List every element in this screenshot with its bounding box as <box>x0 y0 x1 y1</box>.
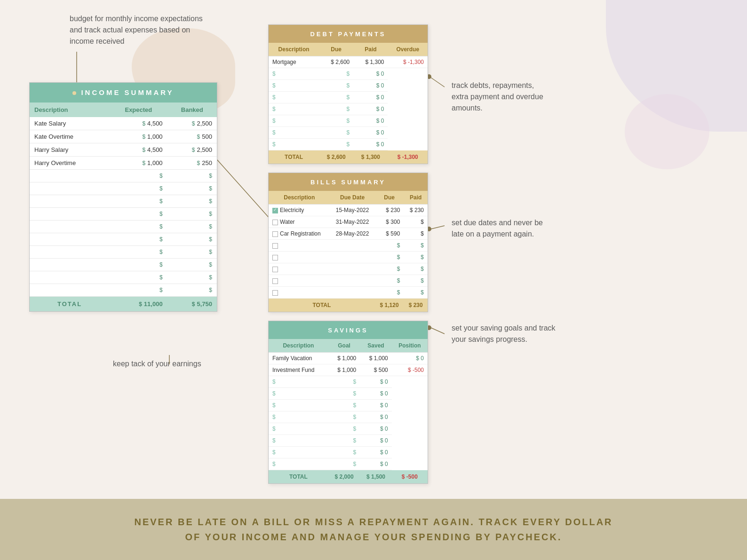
income-row-expected: $1,000 <box>110 157 167 170</box>
debt-col-desc: Description <box>269 43 319 56</box>
savings-table: Description Goal Saved Position Family V… <box>269 339 428 483</box>
debt-empty-row: $ $ $ 0 <box>269 80 428 92</box>
savings-title: SAVINGS <box>328 327 368 334</box>
bg-shape-right-mid <box>625 94 709 169</box>
bills-header: BILLS SUMMARY <box>269 173 428 191</box>
income-total-label: TOTAL <box>30 297 110 312</box>
bills-col-paid: Paid <box>404 191 428 205</box>
debt-table: Description Due Paid Overdue Mortgage $ … <box>269 43 428 164</box>
debt-empty-row: $ $ $ 0 <box>269 115 428 127</box>
debt-total-paid: $ 1,300 <box>353 150 388 164</box>
income-row-expected: $1,000 <box>110 130 167 143</box>
savings-header: SAVINGS <box>269 321 428 339</box>
bills-col-duedate: Due Date <box>330 191 374 205</box>
debt-total-due: $ 2,600 <box>319 150 353 164</box>
bills-total-due: $ 1,120 <box>375 299 404 312</box>
income-row-desc: Harry Overtime <box>30 157 110 170</box>
savings-empty-row: $ $ $ 0 <box>269 400 428 411</box>
income-row-expected: $4,500 <box>110 117 167 130</box>
checkbox-empty[interactable] <box>272 290 278 296</box>
col-banked: Banked <box>167 103 217 117</box>
income-empty-row: $ $ <box>30 170 217 182</box>
income-empty-row: $ $ <box>30 271 217 284</box>
savings-card: SAVINGS Description Goal Saved Position … <box>268 321 428 484</box>
income-table: Description Expected Banked Kate Salary … <box>30 103 217 311</box>
income-row: Harry Overtime $1,000 $250 <box>30 157 217 170</box>
income-empty-row: $ $ <box>30 208 217 221</box>
checkbox-empty[interactable] <box>272 278 278 284</box>
income-row: Harry Salary $4,500 $2,500 <box>30 143 217 157</box>
savings-empty-row: $ $ $ 0 <box>269 376 428 388</box>
income-empty-row: $ $ <box>30 259 217 271</box>
checkbox-empty[interactable] <box>272 255 278 260</box>
annotation-savings: set your saving goals and track your sav… <box>452 323 574 345</box>
income-row: Kate Salary $4,500 $2,500 <box>30 117 217 130</box>
income-row-desc: Harry Salary <box>30 143 110 157</box>
annotation-bills: set due dates and never be late on a pay… <box>452 217 569 240</box>
annotation-debt: track debts, repayments, extra payment a… <box>452 80 564 114</box>
bills-col-due: Due <box>375 191 404 205</box>
savings-total-saved: $ 1,500 <box>360 470 391 484</box>
savings-total-position: $ -500 <box>392 470 428 484</box>
income-row-banked: $500 <box>167 130 217 143</box>
savings-empty-row: $ $ $ 0 <box>269 435 428 447</box>
bills-summary-card: BILLS SUMMARY Description Due Date Due P… <box>268 173 428 312</box>
income-empty-row: $ $ <box>30 182 217 195</box>
debt-empty-row: $ $ $ 0 <box>269 139 428 150</box>
svg-line-2 <box>216 159 272 221</box>
savings-col-position: Position <box>392 339 428 353</box>
checkbox-empty[interactable] <box>272 231 278 237</box>
bottom-banner: NEVER BE LATE ON A BILL OR MISS A REPAYM… <box>0 499 747 560</box>
col-expected: Expected <box>110 103 167 117</box>
income-row-banked: $2,500 <box>167 117 217 130</box>
income-row-desc: Kate Salary <box>30 117 110 130</box>
bills-total-label: TOTAL <box>269 299 375 312</box>
bills-empty-row: $ $ <box>269 240 428 252</box>
debt-row: Mortgage $ 2,600 $ 1,300 $ -1,300 <box>269 56 428 68</box>
savings-row: Family Vacation $ 1,000 $ 1,000 $ 0 <box>269 353 428 364</box>
debt-payments-card: DEBT PAYMENTS Description Due Paid Overd… <box>268 24 428 164</box>
bills-row: Car Registration 28-May-2022 $ 590 $ <box>269 228 428 240</box>
checkbox-checked[interactable] <box>272 208 278 213</box>
savings-total-label: TOTAL <box>269 470 328 484</box>
debt-empty-row: $ $ $ 0 <box>269 68 428 80</box>
header-dot <box>72 91 76 95</box>
bills-empty-row: $ $ <box>269 275 428 287</box>
savings-empty-row: $ $ $ 0 <box>269 447 428 458</box>
checkbox-empty[interactable] <box>272 243 278 249</box>
svg-line-9 <box>431 328 445 334</box>
savings-total-goal: $ 2,000 <box>328 470 360 484</box>
bills-col-desc: Description <box>269 191 330 205</box>
income-total-expected: $11,000 <box>110 297 167 312</box>
income-summary-card: INCOME SUMMARY Description Expected Bank… <box>29 82 217 312</box>
income-empty-row: $ $ <box>30 195 217 208</box>
income-row-banked: $2,500 <box>167 143 217 157</box>
income-card-header: INCOME SUMMARY <box>30 83 217 103</box>
debt-col-paid: Paid <box>353 43 388 56</box>
debt-col-overdue: Overdue <box>388 43 428 56</box>
debt-total-overdue: $ -1,300 <box>388 150 428 164</box>
income-empty-row: $ $ <box>30 221 217 233</box>
bills-total-paid: $ 230 <box>404 299 428 312</box>
annotation-top: budget for monthly income expectations a… <box>70 13 203 47</box>
col-description: Description <box>30 103 110 117</box>
income-row-banked: $250 <box>167 157 217 170</box>
bills-row: Electricity 15-May-2022 $ 230 $ 230 <box>269 205 428 216</box>
bills-table: Description Due Date Due Paid Electricit… <box>269 191 428 312</box>
bottom-banner-text: NEVER BE LATE ON A BILL OR MISS A REPAYM… <box>134 514 612 544</box>
bills-title: BILLS SUMMARY <box>310 179 386 186</box>
right-cards-container: DEBT PAYMENTS Description Due Paid Overd… <box>268 24 428 492</box>
income-empty-row: $ $ <box>30 246 217 259</box>
annotation-bottom-income: keep tack of your earnings <box>113 360 201 368</box>
bills-empty-row: $ $ <box>269 287 428 299</box>
debt-total-label: TOTAL <box>269 150 319 164</box>
income-total-banked: $5,750 <box>167 297 217 312</box>
income-row: Kate Overtime $1,000 $500 <box>30 130 217 143</box>
checkbox-empty[interactable] <box>272 267 278 272</box>
svg-line-5 <box>431 78 445 87</box>
savings-empty-row: $ $ $ 0 <box>269 423 428 435</box>
checkbox-empty[interactable] <box>272 220 278 225</box>
savings-col-goal: Goal <box>328 339 360 353</box>
savings-empty-row: $ $ $ 0 <box>269 388 428 400</box>
income-title: INCOME SUMMARY <box>81 88 174 96</box>
